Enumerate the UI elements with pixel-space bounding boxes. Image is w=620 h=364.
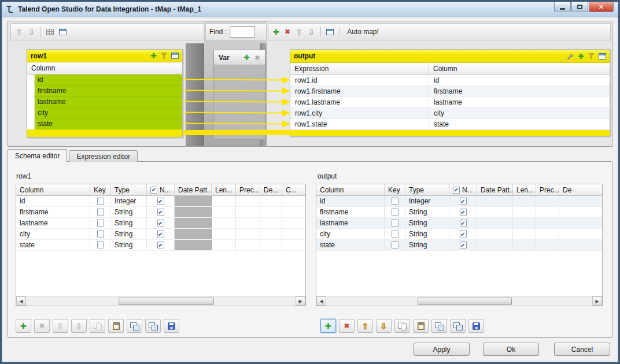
- tab-expression-editor[interactable]: Expression editor: [69, 150, 138, 162]
- type-cell[interactable]: String: [111, 229, 147, 239]
- type-cell[interactable]: String: [405, 218, 449, 228]
- add-output-column-icon[interactable]: ✚: [578, 52, 584, 61]
- comment-cell[interactable]: [282, 207, 305, 217]
- precision-cell[interactable]: [536, 196, 559, 206]
- restore-tables-icon[interactable]: [326, 29, 334, 35]
- precision-cell[interactable]: [236, 218, 260, 228]
- length-cell[interactable]: [212, 196, 236, 206]
- key-checkbox[interactable]: [97, 231, 104, 237]
- input-row-label[interactable]: lastname: [35, 96, 182, 107]
- column-cell[interactable]: lastname: [429, 97, 610, 107]
- titlebar[interactable]: Talend Open Studio for Data Integration …: [2, 2, 618, 17]
- key-checkbox[interactable]: [97, 209, 104, 216]
- input-row-label[interactable]: state: [35, 118, 182, 129]
- add-row-button[interactable]: ✚: [320, 319, 336, 333]
- nullable-checkbox[interactable]: [460, 242, 467, 248]
- cancel-button[interactable]: Cancel: [554, 343, 610, 356]
- header-nullable[interactable]: N...: [147, 184, 175, 195]
- header-column[interactable]: Column: [16, 184, 90, 195]
- header-type[interactable]: Type: [405, 184, 449, 195]
- header-comment[interactable]: C...: [282, 184, 305, 195]
- nullable-all-checkbox[interactable]: [150, 187, 157, 194]
- date-pattern-cell[interactable]: [477, 240, 513, 250]
- save-schema-button[interactable]: [164, 319, 179, 333]
- column-cell[interactable]: city: [429, 108, 610, 118]
- schema-row[interactable]: lastname String: [16, 218, 305, 229]
- schema-row[interactable]: id Integer: [316, 196, 602, 207]
- comment-cell[interactable]: [282, 229, 305, 239]
- expression-cell[interactable]: row1.id: [290, 75, 429, 86]
- output-row[interactable]: row1.statestate: [290, 119, 610, 130]
- header-length[interactable]: Len...: [212, 184, 236, 195]
- delete-row-button[interactable]: ✖: [339, 319, 355, 333]
- precision-cell[interactable]: [536, 229, 559, 239]
- schema-row[interactable]: state String: [16, 240, 305, 251]
- paste-button[interactable]: [413, 319, 429, 333]
- expression-cell[interactable]: row1.city: [290, 108, 429, 118]
- column-name-cell[interactable]: lastname: [316, 218, 385, 228]
- input-row[interactable]: id: [27, 75, 182, 86]
- date-pattern-cell[interactable]: [477, 207, 513, 217]
- move-row-down-button[interactable]: ⇩: [376, 319, 392, 333]
- length-cell[interactable]: [212, 218, 236, 228]
- scroll-right-icon[interactable]: ▶: [296, 296, 305, 306]
- input-row[interactable]: city: [27, 107, 182, 118]
- scroll-left-icon[interactable]: ◀: [316, 296, 326, 306]
- input-row-label[interactable]: id: [35, 75, 182, 86]
- header-date-pattern[interactable]: Date Patt...: [477, 184, 513, 195]
- default-cell[interactable]: [260, 207, 282, 217]
- date-pattern-cell[interactable]: [477, 196, 513, 206]
- type-cell[interactable]: String: [405, 240, 449, 250]
- key-checkbox[interactable]: [97, 198, 104, 205]
- output-row[interactable]: row1.idid: [290, 75, 610, 86]
- table-view-icon[interactable]: [46, 29, 54, 35]
- header-precision[interactable]: Prec...: [236, 184, 260, 195]
- header-column[interactable]: Column: [316, 184, 385, 195]
- remove-var-icon[interactable]: ✖: [254, 54, 260, 62]
- schema-row[interactable]: firstname String: [16, 207, 305, 218]
- column-name-cell[interactable]: state: [16, 240, 90, 250]
- precision-cell[interactable]: [536, 218, 559, 228]
- default-cell[interactable]: [559, 229, 602, 239]
- paste-button[interactable]: [108, 319, 124, 333]
- output-row[interactable]: row1.citycity: [290, 108, 610, 119]
- import-schema-button[interactable]: [431, 319, 447, 333]
- default-cell[interactable]: [260, 229, 282, 239]
- comment-cell[interactable]: [282, 196, 305, 206]
- delete-row-button[interactable]: ✖: [34, 319, 50, 333]
- move-up-icon[interactable]: ⇧: [16, 28, 23, 36]
- copy-button[interactable]: [394, 319, 410, 333]
- key-checkbox[interactable]: [97, 242, 104, 248]
- column-name-cell[interactable]: city: [16, 229, 90, 239]
- input-row-label[interactable]: firstname: [35, 86, 182, 96]
- type-cell[interactable]: String: [111, 240, 147, 250]
- input-row-label[interactable]: city: [35, 107, 182, 118]
- maximize-button[interactable]: [571, 2, 588, 12]
- precision-cell[interactable]: [536, 207, 559, 217]
- save-schema-button[interactable]: [468, 319, 484, 333]
- schema-row[interactable]: id Integer: [16, 196, 305, 207]
- add-var-icon[interactable]: ✚: [243, 53, 250, 62]
- minimize-output-table-icon[interactable]: [599, 53, 606, 60]
- length-cell[interactable]: [212, 207, 236, 217]
- header-type[interactable]: Type: [111, 184, 147, 195]
- header-nullable[interactable]: N...: [449, 184, 477, 195]
- type-cell[interactable]: Integer: [405, 196, 449, 206]
- column-name-cell[interactable]: firstname: [16, 207, 90, 217]
- default-cell[interactable]: [260, 196, 282, 206]
- tab-schema-editor[interactable]: Schema editor: [8, 149, 67, 162]
- ok-button[interactable]: Ok: [483, 343, 539, 356]
- default-cell[interactable]: [559, 196, 602, 206]
- type-cell[interactable]: Integer: [111, 196, 147, 206]
- output-filter-icon[interactable]: [588, 53, 595, 60]
- column-cell[interactable]: id: [429, 75, 610, 86]
- output-row[interactable]: row1.lastnamelastname: [290, 97, 610, 108]
- type-cell[interactable]: String: [111, 218, 147, 228]
- horizontal-scrollbar[interactable]: ◀ ▶: [16, 296, 305, 306]
- column-name-cell[interactable]: lastname: [16, 218, 90, 228]
- minimize-table-icon[interactable]: [171, 53, 179, 59]
- default-cell[interactable]: [260, 218, 282, 228]
- input-row[interactable]: lastname: [27, 96, 182, 107]
- filter-icon[interactable]: [161, 53, 167, 59]
- move-row-down-button[interactable]: ⇩: [71, 319, 87, 333]
